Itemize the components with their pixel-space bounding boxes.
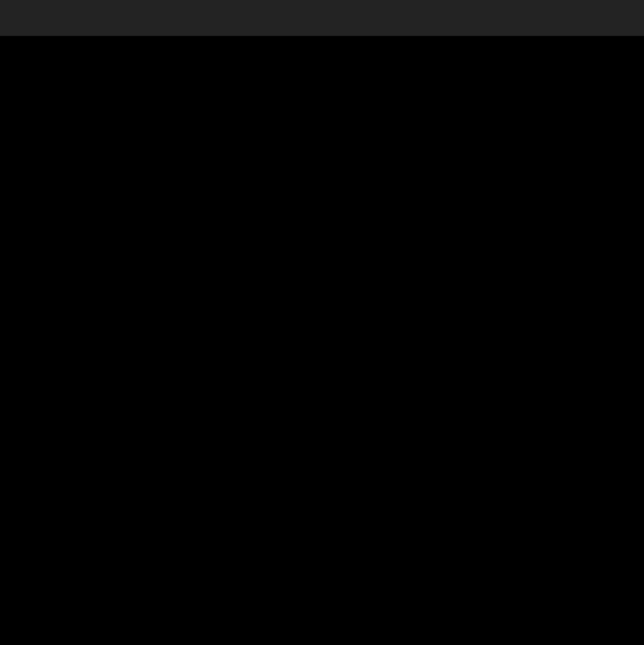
toolbar xyxy=(0,0,644,36)
plot-title xyxy=(48,55,644,70)
application-window xyxy=(0,0,644,645)
